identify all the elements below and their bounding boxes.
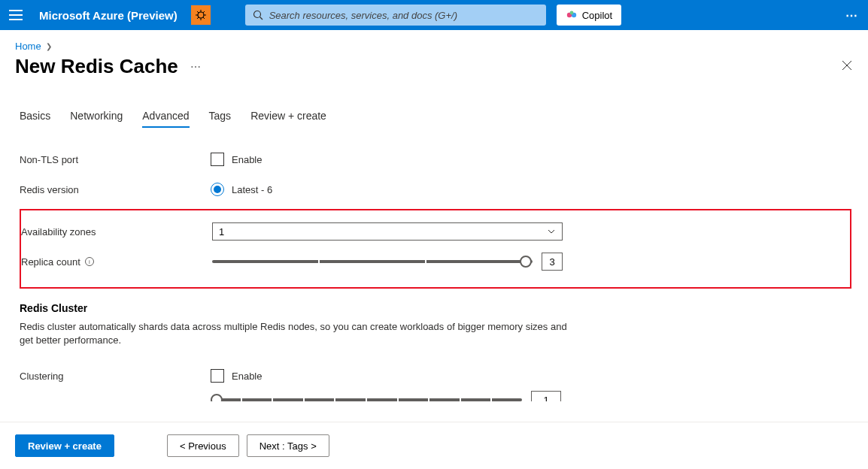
tab-review[interactable]: Review + create [250,110,326,128]
wizard-tabs: Basics Networking Advanced Tags Review +… [20,86,851,128]
chevron-right-icon: ❯ [46,42,52,50]
tab-advanced[interactable]: Advanced [142,110,189,128]
tab-networking[interactable]: Networking [70,110,123,128]
availability-zones-label: Availability zones [21,226,212,238]
info-icon[interactable]: i [85,257,94,266]
highlight-region: Availability zones 1 Replica count i [20,209,851,289]
slider-thumb[interactable] [211,394,223,401]
non-tls-enable-label: Enable [232,154,262,165]
svg-line-8 [203,11,205,13]
search-icon [253,10,263,20]
redis-version-value: Latest - 6 [232,184,272,195]
svg-point-9 [253,11,260,18]
svg-point-13 [569,11,573,15]
svg-line-6 [203,17,205,19]
nav-menu-button[interactable] [9,10,23,20]
copilot-button[interactable]: Copilot [557,5,621,26]
search-input[interactable] [269,10,539,21]
slider-thumb[interactable] [520,256,532,268]
redis-cluster-heading: Redis Cluster [20,302,851,314]
topbar-more-button[interactable]: ⋯ [845,8,859,23]
copilot-label: Copilot [582,10,612,21]
non-tls-enable-checkbox[interactable] [211,153,224,166]
wizard-footer: Review + create < Previous Next : Tags > [0,422,868,469]
breadcrumb: Home ❯ [0,30,868,52]
svg-point-0 [198,12,204,18]
replica-count-label: Replica count [21,256,80,268]
close-button[interactable] [841,59,853,74]
clustering-enable-label: Enable [232,371,262,382]
brand-label: Microsoft Azure (Preview) [39,9,178,22]
replica-count-slider[interactable] [212,260,533,263]
redis-version-label: Redis version [20,184,211,195]
review-create-button[interactable]: Review + create [15,434,114,457]
previous-button[interactable]: < Previous [167,434,239,457]
redis-version-radio[interactable] [211,183,224,196]
availability-zones-select[interactable]: 1 [212,222,563,241]
breadcrumb-home[interactable]: Home [15,41,41,52]
clustering-label: Clustering [20,371,211,382]
shard-count-value[interactable]: 1 [531,391,561,401]
shard-count-slider[interactable] [211,398,522,401]
svg-line-5 [197,11,199,13]
non-tls-port-label: Non-TLS port [20,154,211,165]
tab-basics[interactable]: Basics [20,110,50,128]
replica-count-value[interactable]: 3 [542,253,563,271]
copilot-icon [566,9,578,21]
redis-cluster-desc: Redis cluster automatically shards data … [20,320,576,347]
chevron-down-icon [547,227,556,236]
tab-tags[interactable]: Tags [209,110,232,128]
svg-line-10 [259,17,263,20]
page-title: New Redis Cache [15,55,178,78]
preview-bug-icon[interactable] [191,5,211,25]
availability-zones-value: 1 [219,226,224,238]
clustering-enable-checkbox[interactable] [211,369,224,383]
page-more-button[interactable]: ⋯ [190,61,202,73]
svg-line-7 [197,17,199,19]
next-button[interactable]: Next : Tags > [247,434,329,457]
global-search[interactable] [245,5,546,26]
